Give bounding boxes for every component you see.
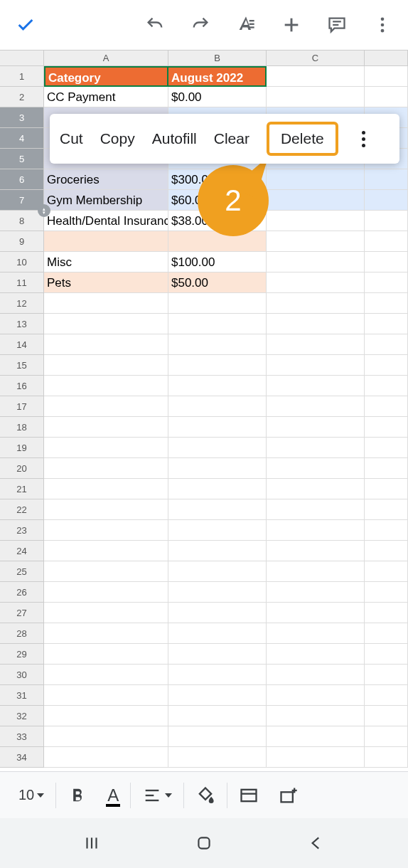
row-header[interactable]: 21 (0, 479, 44, 499)
cell[interactable] (168, 561, 267, 582)
cell[interactable] (365, 603, 408, 623)
cell[interactable] (267, 561, 365, 582)
cell[interactable] (44, 438, 168, 458)
cell[interactable] (168, 293, 267, 314)
cell[interactable] (365, 458, 408, 479)
more-vert-icon[interactable] (371, 14, 394, 36)
cell[interactable] (44, 293, 168, 314)
row-header[interactable]: 12 (0, 293, 44, 314)
row-header[interactable]: 24 (0, 541, 44, 561)
cell[interactable] (44, 665, 168, 685)
row-header[interactable]: 3 (0, 107, 44, 128)
row-header[interactable]: 31 (0, 685, 44, 706)
row-header[interactable]: 6 (0, 169, 44, 190)
cell[interactable] (44, 541, 168, 561)
row-header[interactable]: 30 (0, 665, 44, 685)
cell[interactable] (365, 623, 408, 644)
cell[interactable]: Health/Dental Insurance (44, 211, 168, 231)
cell[interactable] (365, 747, 408, 768)
cell[interactable] (267, 582, 365, 603)
autofill-menuitem[interactable]: Autofill (152, 130, 197, 147)
row-header[interactable]: 9 (0, 231, 44, 252)
cell[interactable]: $100.00 (168, 252, 267, 272)
cell[interactable] (168, 355, 267, 376)
cell[interactable] (168, 417, 267, 438)
cell[interactable] (267, 231, 365, 252)
cell[interactable] (168, 499, 267, 520)
cell[interactable] (168, 726, 267, 747)
cell[interactable] (267, 293, 365, 314)
cell[interactable] (44, 314, 168, 334)
cell[interactable] (44, 499, 168, 520)
cell[interactable] (44, 747, 168, 768)
cell[interactable] (44, 623, 168, 644)
cell[interactable] (44, 520, 168, 541)
fill-color-button[interactable] (186, 772, 225, 818)
row-header[interactable]: 16 (0, 376, 44, 396)
cell[interactable]: Groceries (44, 169, 168, 190)
cell[interactable] (44, 706, 168, 726)
plus-icon[interactable] (280, 14, 303, 36)
cell[interactable] (365, 685, 408, 706)
cell[interactable] (365, 252, 408, 272)
copy-menuitem[interactable]: Copy (100, 130, 135, 147)
row-header[interactable]: 29 (0, 644, 44, 665)
cell[interactable] (365, 211, 408, 231)
row-header[interactable]: 27 (0, 603, 44, 623)
bold-button[interactable] (58, 772, 97, 818)
undo-icon[interactable] (144, 14, 166, 36)
format-text-icon[interactable] (235, 14, 257, 36)
row-header[interactable]: 32 (0, 706, 44, 726)
back-button[interactable] (302, 829, 331, 857)
cell[interactable] (365, 479, 408, 499)
cell[interactable] (365, 231, 408, 252)
cell[interactable] (267, 190, 365, 211)
context-more-icon[interactable] (355, 131, 372, 147)
delete-menuitem[interactable]: Delete (267, 122, 338, 156)
row-header[interactable]: 23 (0, 520, 44, 541)
cell[interactable] (267, 272, 365, 293)
row-header[interactable]: 15 (0, 355, 44, 376)
home-button[interactable] (190, 829, 218, 857)
row-header[interactable]: 25 (0, 561, 44, 582)
cell[interactable] (365, 334, 408, 355)
cell[interactable] (44, 376, 168, 396)
cell[interactable] (365, 665, 408, 685)
cell[interactable] (267, 211, 365, 231)
column-header-D[interactable] (365, 51, 408, 66)
cell[interactable] (365, 706, 408, 726)
cell[interactable] (168, 665, 267, 685)
insert-button[interactable] (269, 772, 308, 818)
cell[interactable] (267, 541, 365, 561)
cell[interactable] (168, 458, 267, 479)
cell[interactable] (365, 272, 408, 293)
recents-button[interactable] (77, 829, 106, 857)
cell[interactable] (267, 479, 365, 499)
cell[interactable] (267, 417, 365, 438)
cell[interactable] (44, 334, 168, 355)
cell[interactable] (44, 396, 168, 417)
row-header[interactable]: 10 (0, 252, 44, 272)
row-header[interactable]: 22 (0, 499, 44, 520)
cell[interactable] (267, 726, 365, 747)
row-header[interactable]: 8 (0, 211, 44, 231)
cell[interactable] (365, 169, 408, 190)
cell[interactable] (168, 520, 267, 541)
cell[interactable] (267, 706, 365, 726)
cell[interactable] (168, 582, 267, 603)
row-header[interactable]: 13 (0, 314, 44, 334)
comment-icon[interactable] (326, 14, 348, 36)
row-header[interactable]: 26 (0, 582, 44, 603)
cell[interactable] (267, 396, 365, 417)
cell[interactable]: CC Payment (44, 87, 168, 107)
row-header[interactable]: 18 (0, 417, 44, 438)
cell[interactable] (168, 706, 267, 726)
font-size-selector[interactable]: 10 (9, 772, 54, 818)
row-header[interactable]: 17 (0, 396, 44, 417)
cell[interactable] (267, 603, 365, 623)
cell[interactable] (267, 87, 365, 107)
cell[interactable] (44, 561, 168, 582)
cell[interactable] (168, 644, 267, 665)
cell[interactable] (168, 541, 267, 561)
row-header[interactable]: 28 (0, 623, 44, 644)
